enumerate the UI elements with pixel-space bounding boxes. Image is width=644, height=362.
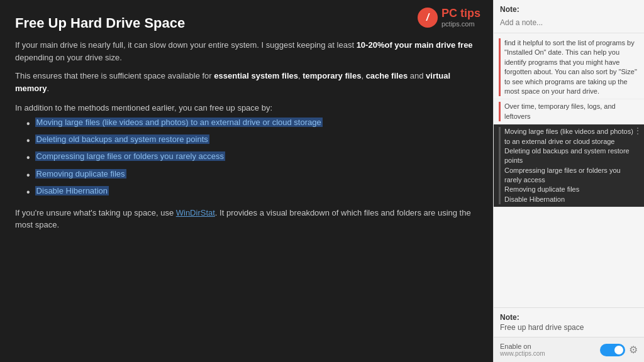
footer-text-start: If you're unsure what's taking up space,…: [15, 208, 176, 217]
bullet-list: Moving large files (like videos and phot…: [26, 118, 478, 198]
second-sep2: ,: [361, 71, 365, 80]
annotation-wrapper-2: Over time, temporary files, logs, and le…: [494, 99, 644, 124]
toggle-switch[interactable]: [600, 344, 625, 356]
second-text-start: This ensures that there is sufficient sp…: [15, 71, 214, 80]
annotation-bar-3: [499, 127, 501, 204]
note-label-bottom: Note:: [500, 313, 638, 322]
logo-url: pctips.com: [441, 20, 480, 28]
more-icon[interactable]: ⋮: [634, 126, 641, 136]
annotation-item-1[interactable]: find it helpful to sort the list of prog…: [494, 36, 644, 99]
footer-paragraph: If you're unsure what's taking up space,…: [15, 207, 478, 231]
bullet-item-5: Disable Hibernation: [35, 186, 109, 195]
list-item: Compressing large files or folders you r…: [26, 151, 478, 163]
note-input[interactable]: [500, 18, 638, 27]
annotation-wrapper-1: find it helpful to sort the list of prog…: [494, 36, 644, 99]
intro-paragraph: If your main drive is nearly full, it ca…: [15, 39, 478, 63]
list-item: Moving large files (like videos and phot…: [26, 118, 478, 129]
annotation-text-3: Moving large files (like videos and phot…: [504, 127, 639, 204]
sidebar: Note: find it helpful to sort the list o…: [493, 0, 644, 362]
annotation-bar-1: [499, 38, 501, 96]
logo-area: / PC tips pctips.com: [418, 8, 480, 28]
annotation-text-2: Over time, temporary files, logs, and le…: [504, 102, 639, 121]
intro-text-end: depending on your drive size.: [15, 53, 122, 62]
intro-bold-percent: 10-20%: [357, 40, 385, 50]
list-item: Disable Hibernation: [26, 186, 478, 198]
intro-bold-free: of your main drive free: [384, 40, 472, 50]
bullet-item-2: Deleting old backups and system restore …: [35, 134, 209, 144]
gear-icon[interactable]: ⚙: [629, 344, 638, 356]
annotation-wrapper-3: Moving large files (like videos and phot…: [494, 124, 644, 207]
logo-tips: tips: [460, 7, 480, 19]
list-item: Removing duplicate files: [26, 169, 478, 181]
second-bold-cache: cache files: [366, 71, 408, 80]
logo-pc: PC: [441, 7, 460, 19]
bullet-item-1: Moving large files (like videos and phot…: [35, 118, 323, 127]
logo-brand: PC tips: [441, 8, 480, 20]
note-section-bottom: Note: Free up hard drive space: [494, 307, 644, 337]
enable-row: Enable on www.pctips.com ⚙: [494, 337, 644, 362]
enable-controls: ⚙: [600, 344, 638, 356]
bullet-item-4: Removing duplicate files: [35, 169, 126, 178]
annotation-list: find it helpful to sort the list of prog…: [494, 33, 644, 307]
windirstat-link[interactable]: WinDirStat: [176, 208, 215, 217]
annotation-bar-2: [499, 102, 501, 121]
second-bold-essential: essential system files: [214, 71, 298, 80]
lead-text: In addition to the methods mentioned ear…: [15, 103, 478, 112]
note-value: Free up hard drive space: [500, 323, 638, 332]
logo-text: PC tips pctips.com: [441, 8, 480, 28]
second-end: .: [47, 84, 50, 93]
note-label-top: Note:: [500, 5, 638, 14]
second-bold-temp: temporary files: [303, 71, 361, 80]
intro-text-start: If your main drive is nearly full, it ca…: [15, 40, 357, 50]
main-content: / PC tips pctips.com Free Up Hard Drive …: [0, 0, 493, 362]
annotation-item-2[interactable]: Over time, temporary files, logs, and le…: [494, 99, 644, 124]
enable-url: www.pctips.com: [500, 350, 545, 357]
logo-icon: /: [418, 8, 438, 28]
annotation-item-3[interactable]: Moving large files (like videos and phot…: [494, 124, 644, 207]
annotation-text-1: find it helpful to sort the list of prog…: [504, 38, 639, 96]
enable-label-group: Enable on www.pctips.com: [500, 343, 545, 357]
second-sep3: and: [408, 71, 426, 80]
list-item: Deleting old backups and system restore …: [26, 134, 478, 146]
second-paragraph: This ensures that there is sufficient sp…: [15, 70, 478, 94]
bullet-item-3: Compressing large files or folders you r…: [35, 151, 225, 161]
enable-label: Enable on: [500, 343, 545, 350]
page-title: Free Up Hard Drive Space: [15, 15, 478, 31]
note-section-top: Note:: [494, 0, 644, 33]
